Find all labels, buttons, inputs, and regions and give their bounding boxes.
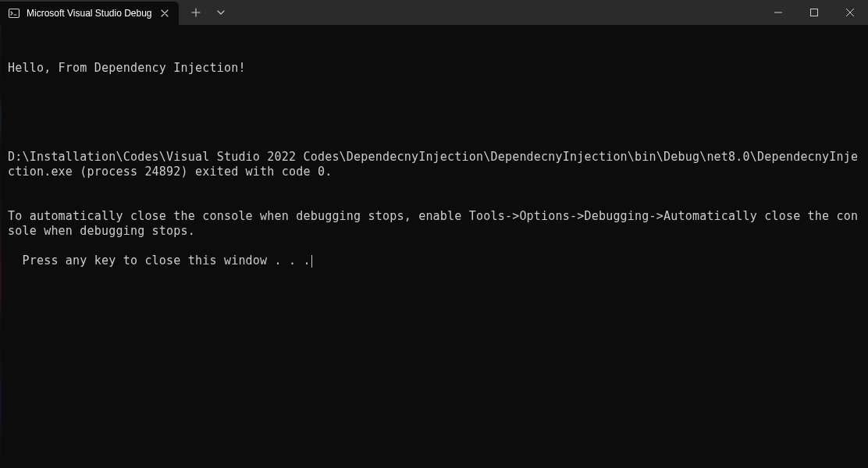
output-line: To automatically close the console when … [8, 209, 860, 239]
minimize-button[interactable] [760, 0, 796, 25]
tab-actions [179, 0, 238, 25]
tab-dropdown-button[interactable] [210, 2, 232, 23]
new-tab-button[interactable] [185, 2, 207, 23]
left-edge-decoration [0, 25, 2, 468]
output-line: Press any key to close this window . . . [22, 254, 310, 268]
cursor [311, 255, 312, 268]
svg-rect-1 [811, 9, 818, 16]
output-line: Hello, From Dependency Injection! [8, 61, 860, 76]
svg-rect-0 [9, 9, 20, 18]
tab-area: Microsoft Visual Studio Debug [0, 0, 760, 25]
output-line: D:\Installation\Codes\Visual Studio 2022… [8, 150, 860, 179]
maximize-button[interactable] [796, 0, 832, 25]
terminal-output[interactable]: Hello, From Dependency Injection! D:\Ins… [0, 25, 868, 275]
tab-close-button[interactable] [158, 7, 171, 20]
close-button[interactable] [832, 0, 868, 25]
tab-title: Microsoft Visual Studio Debug [27, 8, 152, 19]
output-blank-line [8, 105, 860, 120]
window-controls [760, 0, 868, 25]
terminal-icon [8, 7, 20, 20]
titlebar: Microsoft Visual Studio Debug [0, 0, 868, 25]
active-tab[interactable]: Microsoft Visual Studio Debug [0, 2, 179, 25]
